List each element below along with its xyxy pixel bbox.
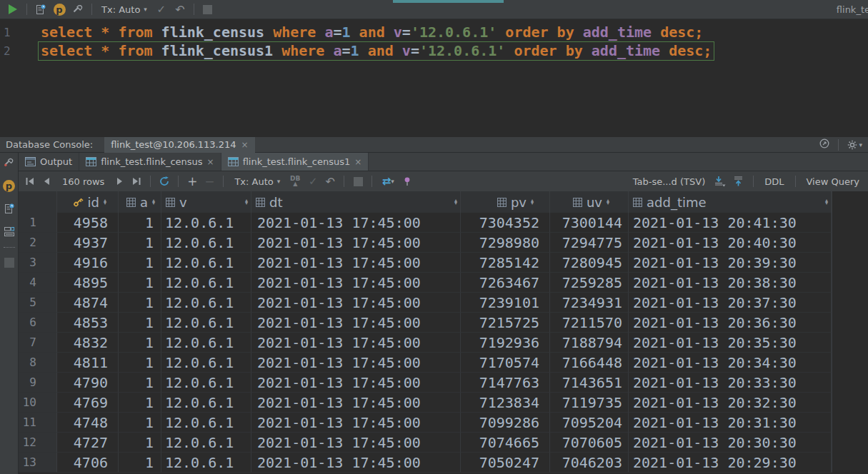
cell-dt[interactable]: 2021-01-13 17:45:00: [251, 353, 461, 373]
cell-dt[interactable]: 2021-01-13 17:45:00: [251, 273, 461, 293]
cell-v[interactable]: 12.0.6.1: [161, 233, 251, 253]
cell-id[interactable]: 4916: [57, 253, 119, 273]
cell-dt[interactable]: 2021-01-13 17:45:00: [251, 233, 461, 253]
pin-button[interactable]: [400, 174, 414, 188]
cell-pv[interactable]: 7123834: [461, 393, 550, 413]
sql-editor[interactable]: 1select * from flink_census where a=1 an…: [0, 19, 868, 137]
float-window-button[interactable]: [819, 138, 829, 151]
cell-uv[interactable]: 7211570: [550, 313, 629, 333]
cell-id[interactable]: 4895: [57, 273, 119, 293]
prev-page-button[interactable]: [40, 174, 54, 188]
cell-id[interactable]: 4832: [57, 333, 119, 353]
cell-dt[interactable]: 2021-01-13 17:45:00: [251, 313, 461, 333]
column-header-a[interactable]: a▴▾: [119, 191, 161, 213]
cell-a[interactable]: 1: [119, 253, 161, 273]
cell-a[interactable]: 1: [119, 413, 161, 433]
postgres-console-button[interactable]: p: [51, 1, 68, 17]
row-number[interactable]: 5: [19, 293, 57, 313]
row-number[interactable]: 8: [19, 353, 57, 373]
column-header-add_time[interactable]: add_time▴▾: [629, 191, 832, 213]
cell-uv[interactable]: 7259285: [550, 273, 629, 293]
sort-icon[interactable]: ▴▾: [607, 199, 609, 206]
cell-uv[interactable]: 7234931: [550, 293, 629, 313]
close-icon[interactable]: ×: [241, 140, 249, 150]
cell-uv[interactable]: 7070605: [550, 433, 629, 453]
last-page-button[interactable]: [129, 174, 144, 188]
add-row-button[interactable]: +: [185, 174, 199, 188]
rollback-button[interactable]: ↶: [323, 174, 337, 188]
commit-button[interactable]: ✓: [153, 1, 170, 17]
row-number[interactable]: 2: [19, 233, 57, 253]
console-tab[interactable]: flink_test@10.206.113.214 ×: [104, 137, 254, 153]
cell-dt[interactable]: 2021-01-13 17:45:00: [251, 253, 461, 273]
cell-v[interactable]: 12.0.6.1: [161, 353, 251, 373]
import-data-button[interactable]: [731, 174, 745, 188]
cell-dt[interactable]: 2021-01-13 17:45:00: [251, 453, 461, 473]
first-page-button[interactable]: [23, 174, 37, 188]
cell-a[interactable]: 1: [119, 333, 161, 353]
cell-id[interactable]: 4874: [57, 293, 119, 313]
view-query-button[interactable]: View Query: [804, 176, 863, 187]
row-number[interactable]: 4: [19, 273, 57, 293]
cell-id[interactable]: 4748: [57, 413, 119, 433]
cell-pv[interactable]: 7263467: [461, 273, 550, 293]
cell-dt[interactable]: 2021-01-13 17:45:00: [251, 413, 461, 433]
column-header-v[interactable]: v▴▾: [161, 191, 251, 213]
cell-a[interactable]: 1: [119, 313, 161, 333]
row-number[interactable]: 9: [19, 373, 57, 393]
cell-pv[interactable]: 7215725: [461, 313, 550, 333]
cell-add_time[interactable]: 2021-01-13 20:36:30: [629, 313, 832, 333]
cell-pv[interactable]: 7170574: [461, 353, 550, 373]
stop-button[interactable]: [0, 253, 19, 272]
editor-line[interactable]: 2select * from flink_census1 where a=1 a…: [0, 41, 868, 60]
row-number[interactable]: 6: [19, 313, 57, 333]
console-settings-button[interactable]: [0, 153, 19, 171]
tab-output[interactable]: Output: [19, 153, 79, 171]
cell-pv[interactable]: 7239101: [461, 293, 550, 313]
row-number[interactable]: 7: [19, 333, 57, 353]
row-number[interactable]: 11: [19, 413, 57, 433]
sql-statement[interactable]: select * from flink_census where a=1 and…: [41, 24, 703, 41]
next-page-button[interactable]: [112, 174, 126, 188]
cell-id[interactable]: 4790: [57, 373, 119, 393]
stop-button[interactable]: [199, 1, 216, 17]
reload-button[interactable]: [157, 174, 171, 188]
column-header-pv[interactable]: pv▴▾: [461, 191, 550, 213]
stop-button[interactable]: [351, 174, 365, 188]
run-button[interactable]: [4, 1, 21, 17]
cell-dt[interactable]: 2021-01-13 17:45:00: [251, 293, 461, 313]
column-header-id[interactable]: id▴▾: [57, 191, 119, 213]
cell-v[interactable]: 12.0.6.1: [161, 273, 251, 293]
cell-uv[interactable]: 7188794: [550, 333, 629, 353]
cell-add_time[interactable]: 2021-01-13 20:34:30: [629, 353, 832, 373]
cell-dt[interactable]: 2021-01-13 17:45:00: [251, 393, 461, 413]
cell-id[interactable]: 4706: [57, 453, 119, 473]
export-data-button[interactable]: [712, 174, 727, 188]
cell-uv[interactable]: 7280945: [550, 253, 629, 273]
sql-statement[interactable]: select * from flink_census1 where a=1 an…: [38, 41, 714, 61]
compare-data-button[interactable]: ⇄ ▾: [379, 174, 397, 188]
sort-icon[interactable]: ▴▾: [104, 199, 106, 206]
cell-add_time[interactable]: 2021-01-13 20:32:30: [629, 393, 832, 413]
cell-a[interactable]: 1: [119, 453, 161, 473]
row-number[interactable]: 10: [19, 393, 57, 413]
cell-uv[interactable]: 7095204: [550, 413, 629, 433]
cell-dt[interactable]: 2021-01-13 17:45:00: [251, 373, 461, 393]
sort-icon[interactable]: ▴▾: [454, 199, 457, 206]
cell-pv[interactable]: 7298980: [461, 233, 550, 253]
cell-add_time[interactable]: 2021-01-13 20:33:30: [629, 373, 832, 393]
column-header-uv[interactable]: uv▴▾: [550, 191, 629, 213]
tab-flink-census[interactable]: flink_test.flink_census×: [79, 153, 221, 171]
close-icon[interactable]: ×: [207, 157, 214, 167]
cell-dt[interactable]: 2021-01-13 17:45:00: [251, 333, 461, 353]
execute-file-button[interactable]: [0, 199, 19, 218]
cell-v[interactable]: 12.0.6.1: [161, 373, 251, 393]
cell-add_time[interactable]: 2021-01-13 20:39:30: [629, 253, 832, 273]
cell-pv[interactable]: 7285142: [461, 253, 550, 273]
cell-id[interactable]: 4853: [57, 313, 119, 333]
cell-add_time[interactable]: 2021-01-13 20:35:30: [629, 333, 832, 353]
cell-add_time[interactable]: 2021-01-13 20:38:30: [629, 273, 832, 293]
sort-icon[interactable]: ▴▾: [825, 199, 828, 206]
row-number[interactable]: 13: [19, 453, 57, 473]
cell-add_time[interactable]: 2021-01-13 20:30:30: [629, 433, 832, 453]
